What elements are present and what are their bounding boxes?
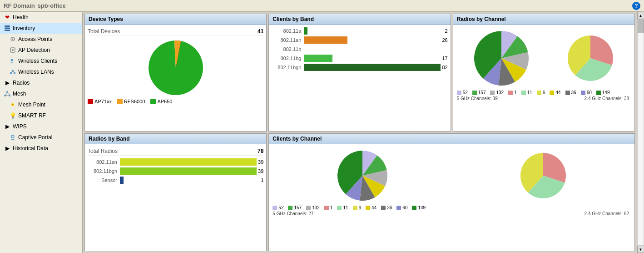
bar-row: 802.11an39 xyxy=(88,158,263,166)
cc-legend-44: 44 xyxy=(366,205,376,210)
sidebar-item-inventory[interactable]: Inventory xyxy=(0,23,82,34)
legend-box-rfs6000 xyxy=(117,99,123,104)
cc-legend-36: 36 xyxy=(381,205,392,210)
total-radios-value: 78 xyxy=(258,148,263,154)
total-devices-row: Total Devices 41 xyxy=(88,27,263,36)
cc-sq-44 xyxy=(366,206,370,210)
bar-fill xyxy=(304,55,332,62)
ap-detect-icon xyxy=(9,46,16,54)
bar-container xyxy=(120,158,257,166)
cc-lbl-6: 6 xyxy=(359,205,362,210)
scroll-track[interactable] xyxy=(637,19,644,246)
scroll-up-button[interactable]: ▲ xyxy=(637,12,644,19)
bar-container xyxy=(304,27,443,35)
clients-channel-notes: 5 GHz Channels: 27 2.4 GHz Channels: 82 xyxy=(271,210,633,217)
cc-legend-6: 6 xyxy=(353,205,362,210)
sidebar-label-wireless-lans: Wireless LANs xyxy=(18,69,54,75)
sidebar-item-radios[interactable]: ▶ Radios xyxy=(0,77,82,88)
scroll-down-button[interactable]: ▼ xyxy=(637,246,644,253)
bar-value: 17 xyxy=(442,56,447,61)
sidebar-item-access-points[interactable]: Access Points xyxy=(0,34,82,45)
cc-sq-1 xyxy=(324,206,329,210)
rc-sq-6 xyxy=(537,91,541,95)
bar-container xyxy=(304,46,446,53)
cc-sq-11 xyxy=(337,206,342,210)
rc-legend-132: 132 xyxy=(490,90,504,95)
sidebar-item-wips[interactable]: ▶ WIPS xyxy=(0,121,82,132)
sidebar-item-wireless-clients[interactable]: Wireless Clients xyxy=(0,56,82,66)
rc-legend-60: 60 xyxy=(581,90,592,95)
device-types-body: Total Devices 41 xyxy=(85,25,266,131)
sidebar-item-captive-portal[interactable]: Captive Portal xyxy=(0,132,82,143)
total-devices-value: 41 xyxy=(258,28,263,35)
svg-rect-9 xyxy=(12,70,14,71)
clients-channel-pies xyxy=(271,146,633,205)
sidebar: ❤ Health Inventory Access Points AP Dete… xyxy=(0,12,83,253)
cc-lbl-11: 11 xyxy=(343,205,348,210)
sidebar-item-wireless-lans[interactable]: Wireless LANs xyxy=(0,66,82,77)
legend-label-ap650: AP650 xyxy=(157,99,172,104)
svg-rect-10 xyxy=(14,72,15,74)
sidebar-label-radios: Radios xyxy=(13,80,30,86)
heart-icon: ❤ xyxy=(4,14,11,21)
bar-row: 802.11a2 xyxy=(272,27,447,35)
bar-label: 802.11an xyxy=(272,37,301,43)
bar-label: 802.11bgn xyxy=(88,168,117,174)
mesh-pt-icon xyxy=(9,101,16,108)
radios-by-channel-title: Radios by Channel xyxy=(453,14,634,25)
sidebar-item-mesh[interactable]: Mesh xyxy=(0,88,82,99)
cc-sq-6 xyxy=(353,206,357,210)
lan-icon xyxy=(9,68,16,76)
inventory-icon xyxy=(4,25,11,32)
rc-legend-157: 157 xyxy=(472,90,486,95)
cc-legend-157: 157 xyxy=(288,205,302,210)
bar-value: 39 xyxy=(258,159,263,165)
svg-line-17 xyxy=(7,93,10,95)
svg-point-6 xyxy=(12,49,14,51)
rc-legend-6: 6 xyxy=(537,90,545,95)
rc-lbl-149: 149 xyxy=(602,90,610,95)
cc-lbl-36: 36 xyxy=(387,205,392,210)
svg-line-12 xyxy=(13,71,15,72)
bar-fill xyxy=(304,64,441,71)
bar-label: 802.11a xyxy=(272,28,301,34)
bar-fill xyxy=(304,27,307,35)
domain-title: RF Domain spb-office xyxy=(4,2,66,9)
svg-rect-2 xyxy=(5,30,10,31)
ap-icon xyxy=(9,35,16,43)
clients-by-band-body: 802.11a2802.11an26802.11b802.11bg17802.1… xyxy=(269,25,450,131)
clients-channel-pie-5ghz xyxy=(337,151,387,201)
rc-lbl-52: 52 xyxy=(463,90,468,95)
sidebar-item-historical-data[interactable]: ▶ Historical Data xyxy=(0,143,82,154)
sidebar-label-mesh: Mesh xyxy=(13,91,26,97)
clients-channel-pie-24ghz xyxy=(520,153,566,198)
bar-container xyxy=(120,177,259,184)
rc-lbl-157: 157 xyxy=(478,90,486,95)
cc-lbl-157: 157 xyxy=(294,205,302,210)
rc-lbl-11: 11 xyxy=(527,90,532,95)
rc-sq-52 xyxy=(457,91,461,95)
sidebar-label-ap-detection: AP Detection xyxy=(18,47,50,53)
svg-line-16 xyxy=(5,93,7,95)
device-types-panel: Device Types Total Devices 41 xyxy=(84,14,267,132)
rc-lbl-44: 44 xyxy=(555,90,560,95)
svg-rect-8 xyxy=(10,72,12,74)
sidebar-item-ap-detection[interactable]: AP Detection xyxy=(0,45,82,56)
sidebar-item-health[interactable]: ❤ Health xyxy=(0,12,82,23)
rc-sq-60 xyxy=(581,91,585,95)
svg-line-11 xyxy=(11,71,13,72)
sidebar-item-mesh-point[interactable]: Mesh Point xyxy=(0,99,82,110)
right-scrollbar[interactable]: ▲ ▼ xyxy=(637,12,644,253)
mesh-icon xyxy=(4,90,11,97)
scroll-thumb[interactable] xyxy=(638,20,644,33)
sidebar-item-smart-rf[interactable]: 💡 SMART RF xyxy=(0,110,82,121)
rc-legend-149: 149 xyxy=(596,90,610,95)
cc-lbl-60: 60 xyxy=(402,205,407,210)
cc-legend-132: 132 xyxy=(306,205,320,210)
radios-by-channel-body: 52 157 132 1 11 6 44 36 60 149 5 GHz Cha… xyxy=(453,25,634,131)
content-grid: Device Types Total Devices 41 xyxy=(83,12,637,253)
sidebar-label-wireless-clients: Wireless Clients xyxy=(18,58,57,64)
sidebar-label-mesh-point: Mesh Point xyxy=(18,101,45,108)
rc-legend-1: 1 xyxy=(508,90,517,95)
help-button[interactable]: ? xyxy=(632,2,640,10)
